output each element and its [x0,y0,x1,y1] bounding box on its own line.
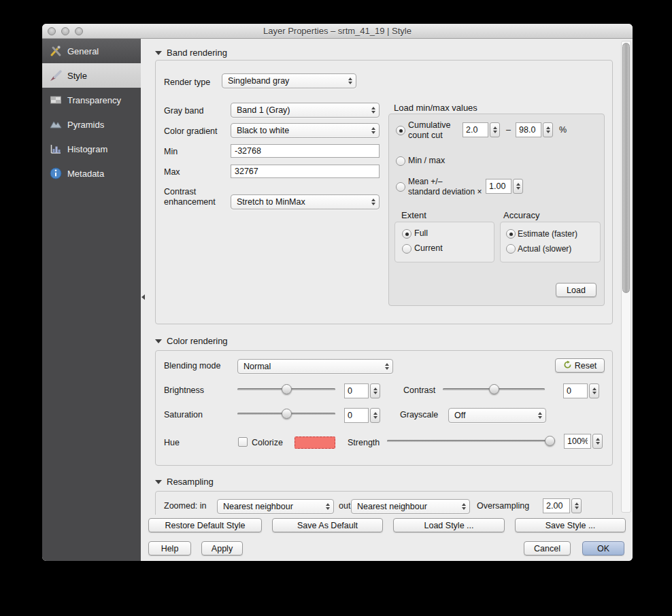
render-type-select[interactable]: Singleband gray [222,73,356,88]
saturation-spinner[interactable] [344,408,380,423]
strength-label: Strength [348,438,380,447]
spinner-down-icon[interactable] [373,392,377,394]
collapse-triangle-icon[interactable] [155,480,162,484]
window-minimize-button[interactable] [61,27,69,35]
spinner-down-icon[interactable] [373,416,377,419]
brightness-input[interactable] [344,383,369,398]
spinner-steppers[interactable] [513,179,523,194]
spinner-steppers[interactable] [592,434,603,449]
cumulative-count-cut-radio[interactable] [396,126,405,135]
cumulative-max-spinner[interactable] [516,122,553,137]
band-rendering-header[interactable]: Band rendering [155,48,227,58]
slider-thumb[interactable] [282,384,292,394]
cumulative-min-spinner[interactable] [463,122,500,137]
cumulative-max-input[interactable] [516,122,541,137]
sidebar-item-general[interactable]: General [42,39,141,63]
slider-thumb[interactable] [282,409,292,419]
brightness-slider[interactable] [237,384,335,394]
spinner-up-icon[interactable] [596,438,600,441]
slider-thumb[interactable] [489,384,499,394]
spinner-steppers[interactable] [589,383,599,398]
load-style-button[interactable]: Load Style ... [393,518,505,532]
zoomed-out-select[interactable]: Nearest neighbour [351,499,470,514]
spinner-steppers[interactable] [571,498,582,513]
spinner-down-icon[interactable] [575,507,579,509]
window-zoom-button[interactable] [75,27,83,35]
min-max-radio[interactable] [396,156,405,166]
accuracy-estimate-radio[interactable] [506,229,516,239]
resampling-header[interactable]: Resampling [155,477,214,487]
collapse-triangle-icon[interactable] [155,51,162,55]
min-input[interactable] [231,144,380,158]
load-button[interactable]: Load [556,283,597,297]
spinner-up-icon[interactable] [373,388,377,390]
strength-spinner[interactable] [564,434,603,449]
blending-mode-value: Normal [243,362,271,371]
collapse-triangle-icon[interactable] [155,339,162,343]
max-input[interactable] [231,165,380,178]
save-style-button[interactable]: Save Style ... [515,518,626,532]
oversampling-input[interactable] [543,498,570,513]
spinner-steppers[interactable] [370,408,380,423]
spinner-steppers[interactable] [490,122,500,137]
spinner-up-icon[interactable] [592,388,597,390]
colorize-color-swatch[interactable] [295,437,335,449]
vertical-scrollbar[interactable] [621,41,631,513]
style-icon [49,69,63,82]
extent-full-radio[interactable] [402,229,411,239]
window-close-button[interactable] [48,27,56,35]
contrast-enhancement-select[interactable]: Stretch to MinMax [231,194,380,209]
apply-button[interactable]: Apply [201,541,243,555]
sidebar-item-histogram[interactable]: Histogram [42,137,141,161]
spinner-up-icon[interactable] [373,412,377,415]
spinner-steppers[interactable] [370,383,380,398]
spinner-up-icon[interactable] [575,502,579,505]
color-gradient-select[interactable]: Black to white [231,123,380,138]
saturation-input[interactable] [344,408,369,423]
cumulative-min-input[interactable] [463,122,488,137]
grayscale-select[interactable]: Off [448,408,546,423]
accuracy-actual-radio[interactable] [506,244,516,254]
contrast-input[interactable] [563,383,588,398]
cumulative-count-cut-label: Cumulative count cut [408,120,464,141]
spinner-up-icon[interactable] [516,183,520,186]
restore-default-style-button[interactable]: Restore Default Style [148,518,262,532]
sidebar-item-transparency[interactable]: Transparency [42,88,141,112]
sidebar-item-style[interactable]: Style [42,63,141,88]
gray-band-select[interactable]: Band 1 (Gray) [231,103,380,118]
slider-thumb[interactable] [545,436,555,446]
spinner-down-icon[interactable] [493,131,497,133]
spinner-down-icon[interactable] [516,187,520,190]
scrollbar-thumb[interactable] [622,43,630,293]
panel-collapse-arrow-icon[interactable] [141,294,145,300]
contrast-slider[interactable] [443,384,545,394]
saturation-slider[interactable] [237,409,335,419]
spinner-up-icon[interactable] [493,126,497,129]
spinner-steppers[interactable] [543,122,553,137]
brightness-spinner[interactable] [344,383,380,398]
colorize-checkbox[interactable] [238,437,248,447]
zoomed-in-select[interactable]: Nearest neighbour [217,499,334,514]
mean-stddev-radio[interactable] [396,182,405,192]
strength-input[interactable] [564,434,591,449]
help-button[interactable]: Help [148,541,191,555]
save-as-default-button[interactable]: Save As Default [272,518,383,532]
spinner-down-icon[interactable] [592,392,597,394]
ok-button[interactable]: OK [582,541,624,555]
sidebar-item-pyramids[interactable]: Pyramids [42,112,141,137]
cancel-button[interactable]: Cancel [524,541,571,555]
spinner-up-icon[interactable] [546,126,550,129]
contrast-spinner[interactable] [563,383,599,398]
mean-stddev-spinner[interactable] [486,179,523,194]
spinner-down-icon[interactable] [546,131,550,133]
extent-current-radio[interactable] [402,244,411,254]
mean-stddev-input[interactable] [486,179,511,194]
strength-slider[interactable] [387,436,555,446]
color-rendering-header[interactable]: Color rendering [155,336,228,346]
window-titlebar[interactable]: Layer Properties – srtm_41_19 | Style [42,24,633,39]
oversampling-spinner[interactable] [543,498,582,513]
spinner-down-icon[interactable] [596,442,600,445]
sidebar-item-metadata[interactable]: Metadata [42,161,141,186]
blending-mode-select[interactable]: Normal [237,359,393,374]
reset-button[interactable]: Reset [555,358,605,373]
